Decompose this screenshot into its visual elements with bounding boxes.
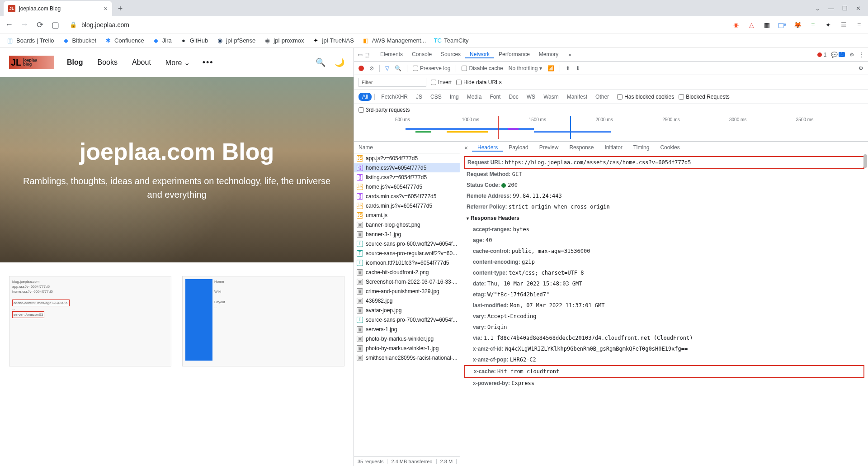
devtools-panel-tab[interactable]: Memory	[534, 51, 563, 57]
device-icon[interactable]: ⬚	[364, 52, 369, 58]
post-card[interactable]: blog.joeplaa.comapp.css?v=6054f777d5home…	[9, 276, 171, 366]
request-row[interactable]: ▣436982.jpg	[354, 296, 460, 305]
new-tab-button[interactable]: +	[114, 2, 127, 15]
request-row[interactable]: ▣smithsoniane28099s-racist-national-...	[354, 353, 460, 362]
devtools-panel-tab[interactable]: Network	[465, 51, 494, 58]
scrollbar-thumb[interactable]	[863, 154, 867, 168]
devtools-panel-tab[interactable]: Sources	[436, 51, 465, 57]
disable-cache-checkbox[interactable]: Disable cache	[462, 65, 503, 71]
ext-red-icon[interactable]: △	[747, 20, 756, 29]
type-filter[interactable]: Manifest	[563, 93, 591, 101]
bookmark-item[interactable]: ✱Confluence	[104, 37, 144, 44]
detail-tab[interactable]: Response	[564, 144, 599, 151]
detail-tab[interactable]: Initiator	[599, 144, 627, 151]
invert-checkbox[interactable]: Invert	[431, 79, 452, 86]
type-filter[interactable]: Doc	[505, 93, 522, 101]
type-filter[interactable]: Fetch/XHR	[377, 93, 411, 101]
bookmark-item[interactable]: ◆Jira	[152, 37, 172, 44]
request-row[interactable]: ▣photo-by-markus-winkler.jpg	[354, 334, 460, 343]
type-filter[interactable]: All	[359, 93, 372, 101]
window-minimize-icon[interactable]: —	[828, 5, 834, 12]
nav-forward-icon[interactable]: →	[20, 20, 29, 29]
nav-reload-icon[interactable]: ⟳	[35, 20, 44, 30]
post-card[interactable]: HomeWikiLayout...	[182, 276, 344, 366]
clear-button[interactable]: ⊘	[369, 65, 374, 71]
type-filter[interactable]: CSS	[427, 93, 445, 101]
ext-grey1-icon[interactable]: ▦	[762, 20, 771, 29]
detail-tab[interactable]: Timing	[628, 144, 655, 151]
devtools-menu-icon[interactable]: ⋮	[859, 52, 864, 58]
request-row[interactable]: ▣banner-blog-ghost.png	[354, 220, 460, 229]
more-panels-icon[interactable]: »	[568, 52, 571, 58]
request-row[interactable]: ▣cache-hit-cloudfront-2.png	[354, 267, 460, 277]
nav-item[interactable]: Books	[98, 58, 118, 67]
blocked-requests-checkbox[interactable]: Blocked Requests	[679, 94, 730, 100]
detail-tab[interactable]: Headers	[472, 144, 503, 152]
request-row[interactable]: Tsource-sans-pro-regular.woff2?v=60...	[354, 248, 460, 258]
darkmode-icon[interactable]: 🌙	[335, 57, 344, 67]
request-row[interactable]: ▣crime-and-punishment-329.jpg	[354, 286, 460, 296]
window-maximize-icon[interactable]: ❐	[842, 5, 848, 12]
request-row[interactable]: JShome.js?v=6054f777d5	[354, 182, 460, 191]
type-filter[interactable]: Wasm	[540, 93, 562, 101]
request-row[interactable]: ▣banner-3-1.jpg	[354, 229, 460, 239]
filter-toggle-icon[interactable]: ▽	[385, 65, 389, 71]
bookmark-icon[interactable]: ▢	[51, 20, 60, 30]
third-party-checkbox[interactable]: 3rd-party requests	[359, 107, 410, 113]
nav-dots-icon[interactable]: •••	[203, 58, 214, 67]
nav-item[interactable]: About	[132, 58, 151, 67]
ext-green-icon[interactable]: ≡	[808, 20, 817, 29]
type-filter[interactable]: Other	[592, 93, 613, 101]
request-row[interactable]: ▣avatar-joep.jpg	[354, 305, 460, 315]
request-row[interactable]: {}home.css?v=6054f777d5	[354, 163, 460, 172]
type-filter[interactable]: Media	[463, 93, 486, 101]
type-filter[interactable]: WS	[523, 93, 539, 101]
type-filter[interactable]: JS	[412, 93, 426, 101]
window-close-icon[interactable]: ✕	[856, 5, 861, 12]
request-row[interactable]: JSapp.js?v=6054f777d5	[354, 153, 460, 163]
request-row[interactable]: JScards.min.js?v=6054f777d5	[354, 201, 460, 210]
upload-icon[interactable]: ⬆	[566, 65, 570, 71]
detail-tab[interactable]: Cookies	[655, 144, 685, 151]
search-icon[interactable]: 🔍	[395, 65, 401, 71]
issues-button[interactable]: 💬1	[831, 52, 845, 58]
request-row[interactable]: ▣Screenshot-from-2022-03-07-16-33-...	[354, 277, 460, 286]
close-detail-icon[interactable]: ×	[460, 144, 472, 152]
ext-list-icon[interactable]: ☰	[839, 20, 848, 29]
nav-back-icon[interactable]: ←	[5, 20, 14, 29]
bookmark-item[interactable]: ◫Boards | Trello	[6, 37, 54, 44]
lock-icon[interactable]: 🔒	[70, 21, 77, 28]
network-timeline[interactable]: 500 ms1000 ms1500 ms2000 ms2500 ms3000 m…	[354, 116, 868, 142]
bookmark-item[interactable]: ◉jpl-proxmox	[264, 37, 304, 44]
response-headers-section[interactable]: Response Headers	[464, 212, 864, 224]
request-row[interactable]: {}cards.min.css?v=6054f777d5	[354, 191, 460, 201]
request-row[interactable]: Tsource-sans-pro-700.woff2?v=6054f...	[354, 315, 460, 324]
inspect-icon[interactable]: ▭	[358, 52, 363, 58]
bookmark-item[interactable]: TCTeamCity	[434, 37, 468, 44]
devtools-panel-tab[interactable]: Elements	[376, 51, 407, 57]
request-row[interactable]: JSumami.js	[354, 210, 460, 220]
window-dropdown-icon[interactable]: ⌄	[815, 5, 820, 12]
site-logo[interactable]: JL joeplaa blog	[9, 56, 54, 69]
devtools-panel-tab[interactable]: Performance	[494, 51, 534, 57]
url-text[interactable]: blog.joeplaa.com	[81, 21, 129, 29]
wifi-icon[interactable]: 📶	[547, 65, 554, 71]
bookmark-item[interactable]: ◉jpl-pfSense	[216, 37, 255, 44]
request-row[interactable]: ▣photo-by-markus-winkler-1.jpg	[354, 343, 460, 353]
devtools-settings-icon[interactable]: ⚙	[849, 52, 854, 58]
browser-tab[interactable]: JL joeplaa.com Blog ×	[4, 1, 112, 16]
browser-menu-icon[interactable]: ≡	[854, 20, 863, 29]
preserve-log-checkbox[interactable]: Preserve log	[413, 65, 450, 71]
network-settings-icon[interactable]: ⚙	[859, 65, 863, 71]
devtools-panel-tab[interactable]: Console	[407, 51, 436, 57]
search-icon[interactable]: 🔍	[316, 57, 326, 67]
ext-puzzle-icon[interactable]: ✦	[824, 20, 833, 29]
request-row[interactable]: Tsource-sans-pro-600.woff2?v=6054f...	[354, 239, 460, 248]
bookmark-item[interactable]: ◧AWS Management...	[362, 37, 426, 44]
detail-tab[interactable]: Preview	[534, 144, 564, 151]
type-filter[interactable]: Img	[446, 93, 462, 101]
type-filter[interactable]: Font	[486, 93, 504, 101]
filter-input[interactable]	[359, 78, 426, 87]
blocked-cookies-checkbox[interactable]: Has blocked cookies	[617, 94, 674, 100]
ext-blue-icon[interactable]: ◫9	[778, 20, 787, 29]
